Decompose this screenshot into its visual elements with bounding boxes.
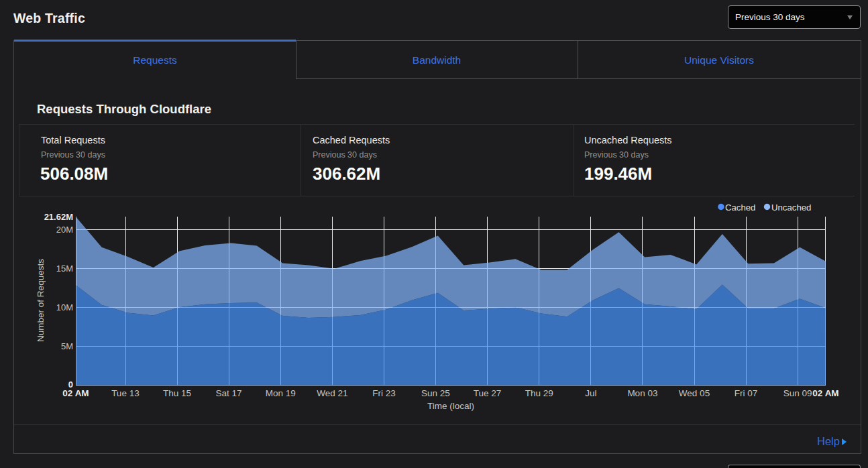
- svg-text:Fri 07: Fri 07: [735, 388, 758, 398]
- svg-text:Sun 25: Sun 25: [421, 388, 450, 398]
- svg-text:Cached: Cached: [725, 202, 755, 213]
- svg-text:Thu 29: Thu 29: [525, 388, 553, 398]
- svg-text:Uncached: Uncached: [771, 202, 811, 213]
- svg-text:15M: 15M: [56, 264, 73, 274]
- svg-text:Wed 21: Wed 21: [317, 388, 347, 398]
- svg-text:02 AM: 02 AM: [62, 388, 89, 398]
- svg-text:Wed 05: Wed 05: [679, 388, 710, 398]
- svg-text:Mon 03: Mon 03: [627, 388, 657, 398]
- svg-text:Jul: Jul: [585, 388, 596, 398]
- svg-text:10M: 10M: [56, 302, 73, 312]
- svg-text:5M: 5M: [61, 341, 73, 351]
- svg-text:02 AM: 02 AM: [812, 388, 838, 398]
- svg-text:Tue 13: Tue 13: [111, 388, 140, 398]
- svg-text:Time (local): Time (local): [427, 401, 474, 411]
- svg-text:20M: 20M: [56, 225, 73, 235]
- svg-text:Sat 17: Sat 17: [216, 388, 242, 398]
- svg-text:21.62M: 21.62M: [44, 212, 73, 222]
- svg-text:Thu 15: Thu 15: [163, 388, 191, 398]
- svg-text:Sun 09: Sun 09: [783, 388, 812, 398]
- svg-text:Number of Requests: Number of Requests: [36, 259, 46, 342]
- svg-text:Tue 27: Tue 27: [474, 388, 502, 398]
- svg-text:Mon 19: Mon 19: [266, 388, 296, 398]
- svg-text:Fri 23: Fri 23: [372, 388, 396, 398]
